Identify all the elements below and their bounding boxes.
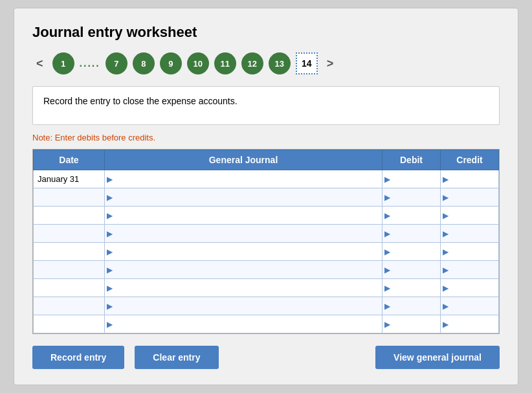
table-row: ▶ ▶ ▶ (34, 279, 499, 297)
note-text: Note: Enter debits before credits. (32, 133, 500, 142)
nav-item-7[interactable]: 7 (105, 52, 127, 74)
nav-item-14-active[interactable]: 14 (296, 52, 318, 74)
cell-credit-3[interactable]: ▶ (441, 207, 499, 225)
journal-table: Date General Journal Debit Credit Januar… (33, 150, 499, 333)
cell-debit-6[interactable]: ▶ (382, 261, 441, 279)
table-row: ▶ ▶ ▶ (34, 225, 499, 243)
cell-credit-1[interactable]: ▶ (441, 170, 499, 188)
cell-credit-8[interactable]: ▶ (441, 297, 499, 315)
nav-item-10[interactable]: 10 (187, 52, 209, 74)
cell-date-5 (34, 243, 105, 261)
cell-credit-5[interactable]: ▶ (441, 243, 499, 261)
cell-date-3 (34, 207, 105, 225)
cell-credit-9[interactable]: ▶ (441, 315, 499, 333)
cell-journal-7[interactable]: ▶ (105, 279, 382, 297)
record-entry-button[interactable]: Record entry (32, 346, 124, 369)
cell-date-2 (34, 188, 105, 207)
table-row: ▶ ▶ ▶ (34, 243, 499, 261)
nav-item-1[interactable]: 1 (52, 52, 74, 74)
nav-item-12[interactable]: 12 (241, 52, 263, 74)
table-row: ▶ ▶ ▶ (34, 207, 499, 225)
cell-journal-1[interactable]: ▶ (105, 170, 382, 188)
cell-date-7 (34, 279, 105, 297)
instruction-box: Record the entry to close the expense ac… (32, 86, 500, 125)
cell-journal-8[interactable]: ▶ (105, 297, 382, 315)
page-title: Journal entry worksheet (32, 24, 500, 41)
cell-debit-5[interactable]: ▶ (382, 243, 441, 261)
cell-journal-2[interactable]: ▶ (105, 188, 382, 207)
table-row: ▶ ▶ ▶ (34, 297, 499, 315)
buttons-row: Record entry Clear entry View general jo… (32, 346, 500, 369)
table-row: ▶ ▶ ▶ (34, 261, 499, 279)
table-row: January 31 ▶ ▶ ▶ (34, 170, 499, 188)
nav-item-9[interactable]: 9 (160, 52, 182, 74)
journal-table-container: Date General Journal Debit Credit Januar… (32, 149, 500, 334)
cell-debit-1[interactable]: ▶ (382, 170, 441, 188)
nav-prev-button[interactable]: < (32, 54, 47, 73)
cell-date-8 (34, 297, 105, 315)
cell-date-1: January 31 (34, 170, 105, 188)
cell-journal-5[interactable]: ▶ (105, 243, 382, 261)
cell-debit-8[interactable]: ▶ (382, 297, 441, 315)
cell-date-9 (34, 315, 105, 333)
nav-item-8[interactable]: 8 (133, 52, 155, 74)
clear-entry-button[interactable]: Clear entry (135, 346, 218, 369)
view-journal-button[interactable]: View general journal (375, 346, 500, 369)
cell-journal-6[interactable]: ▶ (105, 261, 382, 279)
cell-journal-3[interactable]: ▶ (105, 207, 382, 225)
table-row: ▶ ▶ ▶ (34, 188, 499, 207)
nav-row: < 1 ..... 7 8 9 10 11 12 13 14 > (32, 52, 500, 74)
table-row: ▶ ▶ ▶ (34, 315, 499, 333)
cell-date-6 (34, 261, 105, 279)
nav-dots: ..... (80, 58, 100, 69)
cell-debit-4[interactable]: ▶ (382, 225, 441, 243)
col-header-debit: Debit (382, 150, 441, 170)
cell-debit-7[interactable]: ▶ (382, 279, 441, 297)
cell-debit-9[interactable]: ▶ (382, 315, 441, 333)
cell-debit-3[interactable]: ▶ (382, 207, 441, 225)
cell-credit-7[interactable]: ▶ (441, 279, 499, 297)
cell-journal-9[interactable]: ▶ (105, 315, 382, 333)
cell-credit-2[interactable]: ▶ (441, 188, 499, 207)
col-header-date: Date (34, 150, 105, 170)
nav-item-13[interactable]: 13 (269, 52, 291, 74)
nav-item-11[interactable]: 11 (214, 52, 236, 74)
cell-debit-2[interactable]: ▶ (382, 188, 441, 207)
cell-date-4 (34, 225, 105, 243)
cell-credit-6[interactable]: ▶ (441, 261, 499, 279)
cell-journal-4[interactable]: ▶ (105, 225, 382, 243)
instruction-text: Record the entry to close the expense ac… (43, 96, 238, 106)
worksheet-card: Journal entry worksheet < 1 ..... 7 8 9 … (14, 8, 518, 385)
col-header-journal: General Journal (105, 150, 382, 170)
nav-next-button[interactable]: > (323, 54, 338, 73)
col-header-credit: Credit (441, 150, 499, 170)
cell-credit-4[interactable]: ▶ (441, 225, 499, 243)
